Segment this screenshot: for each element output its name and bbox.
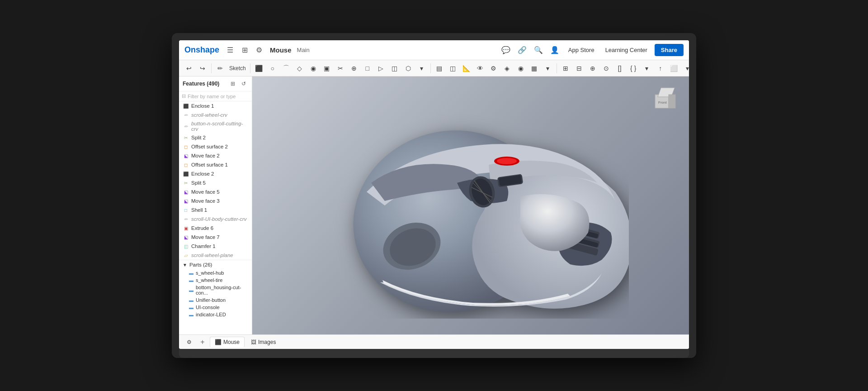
bottom-tab-mouse[interactable]: ⬛Mouse	[210, 337, 245, 347]
feature-item[interactable]: □Shell 1	[179, 205, 252, 215]
app-store-button[interactable]: App Store	[565, 45, 598, 55]
user-icon[interactable]: 👤	[548, 44, 561, 57]
svg-point-7	[497, 158, 517, 164]
align-icon[interactable]: ⊟	[573, 62, 585, 75]
feature-item[interactable]: ✏button-n-scroll-cutting-crv	[179, 119, 252, 133]
code-icon[interactable]: { }	[627, 62, 640, 75]
loft-icon[interactable]: ◇	[293, 62, 306, 75]
feature-name-label: Enclose 1	[191, 103, 214, 109]
sketch-label[interactable]: Sketch	[227, 65, 248, 72]
feature-name-label: Move face 3	[191, 198, 220, 204]
redo-icon[interactable]: ↪	[196, 62, 209, 75]
search-icon[interactable]: 🔍	[532, 44, 545, 57]
parts-chevron-icon: ▼	[183, 262, 187, 267]
feature-type-icon: ✏	[183, 123, 189, 129]
more-tools-icon[interactable]: ▾	[415, 62, 428, 75]
share-button[interactable]: Share	[655, 44, 684, 56]
boolean-icon[interactable]: ⊕	[348, 62, 360, 75]
surface-icon[interactable]: ⬛	[253, 62, 265, 75]
feature-item[interactable]: ▱scroll-wheel-plane	[179, 251, 252, 260]
draft-icon[interactable]: ▷	[375, 62, 387, 75]
main-content: Features (490) ⊞ ↺ ⊟ ⬛Enclose 1✏scroll-w…	[179, 76, 689, 334]
triad-icon[interactable]: ⊕	[586, 62, 599, 75]
feature-item[interactable]: ◻Offset surface 1	[179, 160, 252, 169]
display-icon[interactable]: ◫	[447, 62, 459, 75]
bottom-tab-images[interactable]: 🖼Images	[246, 337, 280, 347]
zoom-icon[interactable]: ⊙	[600, 62, 613, 75]
link-icon[interactable]: 🔗	[516, 44, 528, 57]
cut-icon[interactable]: ✂	[334, 62, 347, 75]
feature-item[interactable]: ⬛Enclose 1	[179, 101, 252, 110]
features-title: Features (490)	[183, 81, 219, 87]
3d-viewport[interactable]: Front	[252, 76, 689, 334]
parts-item[interactable]: ▬UI-console	[179, 304, 252, 311]
sketch-icon[interactable]: ✏	[214, 62, 226, 75]
feature-search[interactable]: ⊟	[179, 91, 252, 101]
feature-item[interactable]: ⬛Enclose 2	[179, 169, 252, 178]
toolbar-separator-4	[557, 63, 557, 73]
parts-item[interactable]: ▬s_wheel-hub	[179, 269, 252, 277]
feature-item[interactable]: ✂Split 5	[179, 178, 252, 187]
view-icon[interactable]: ▾	[641, 62, 653, 75]
plane-icon[interactable]: ⬡	[402, 62, 415, 75]
sidebar-add-icon[interactable]: ⊞	[228, 79, 237, 88]
mouse-3d-model	[312, 92, 629, 319]
feature-item[interactable]: ◻Offset surface 2	[179, 142, 252, 151]
parts-section[interactable]: ▼Parts (26)	[179, 260, 252, 269]
chamfer-icon[interactable]: ◫	[388, 62, 401, 75]
part-name-label: s_wheel-tire	[196, 277, 222, 283]
chat-icon[interactable]: 💬	[500, 44, 512, 57]
bottom-tab-model-icon: ⬛	[215, 339, 222, 345]
hamburger-menu-icon[interactable]: ☰	[225, 45, 236, 56]
assembly-icon[interactable]: ⚙	[487, 62, 500, 75]
navigation-cube[interactable]: Front	[653, 86, 680, 113]
variable-icon[interactable]: []	[613, 62, 626, 75]
feature-item[interactable]: ▣Extrude 6	[179, 224, 252, 233]
feature-search-input[interactable]	[188, 94, 250, 99]
bottom-settings-icon[interactable]: ⚙	[183, 336, 195, 348]
toolbar-separator-3	[430, 63, 431, 73]
shell-icon[interactable]: □	[361, 62, 374, 75]
fillet-icon[interactable]: ◉	[307, 62, 320, 75]
up-icon[interactable]: ↑	[654, 62, 667, 75]
render2-icon[interactable]: ◉	[514, 62, 527, 75]
undo-icon[interactable]: ↩	[183, 62, 195, 75]
parts-item[interactable]: ▬bottom_housing-cut-con...	[179, 284, 252, 296]
filter-icon: ⊟	[182, 93, 186, 99]
revolve-icon[interactable]: ○	[266, 62, 279, 75]
display2-icon[interactable]: ⬜	[668, 62, 680, 75]
feature-item[interactable]: ⬕Move face 7	[179, 233, 252, 242]
parts-item[interactable]: ▬Unifier-button	[179, 296, 252, 304]
sidebar-refresh-icon[interactable]: ↺	[239, 79, 248, 88]
feature-type-icon: ⬕	[183, 198, 189, 204]
view-section-icon[interactable]: ▤	[433, 62, 446, 75]
feature-type-icon: ▱	[183, 252, 189, 258]
feature-item[interactable]: ⬕Move face 2	[179, 151, 252, 160]
feature-item[interactable]: ⬕Move face 5	[179, 187, 252, 196]
extrude-icon[interactable]: ▣	[321, 62, 333, 75]
feature-list: ⬛Enclose 1✏scroll-wheel-crv✏button-n-scr…	[179, 101, 252, 334]
feature-item[interactable]: ✂Split 2	[179, 133, 252, 142]
sweep-icon[interactable]: ⌒	[280, 62, 292, 75]
learning-center-button[interactable]: Learning Center	[602, 45, 651, 55]
feature-item[interactable]: ◫Chamfer 1	[179, 242, 252, 251]
measure-icon[interactable]: 📐	[460, 62, 473, 75]
settings-icon[interactable]: ⚙	[254, 45, 264, 56]
grid-icon[interactable]: ⊞	[239, 45, 250, 56]
materials-icon[interactable]: ▦	[528, 62, 541, 75]
part-icon: ▬	[189, 312, 193, 317]
parts-item[interactable]: ▬s_wheel-tire	[179, 277, 252, 284]
transform-icon[interactable]: ⊞	[559, 62, 572, 75]
feature-name-label: Split 2	[191, 135, 206, 140]
render-icon[interactable]: ◈	[501, 62, 514, 75]
feature-item[interactable]: ✏scroll-UI-body-cutter-crv	[179, 215, 252, 224]
bottom-add-button[interactable]: +	[197, 337, 208, 348]
feature-item[interactable]: ⬕Move face 3	[179, 196, 252, 205]
feature-item[interactable]: ✏scroll-wheel-crv	[179, 110, 252, 119]
part-icon: ▬	[189, 305, 193, 310]
top-bar: Onshape ☰ ⊞ ⚙ Mouse Main 💬 🔗 🔍 👤 App Sto…	[179, 40, 689, 60]
more2-icon[interactable]: ▾	[681, 62, 689, 75]
more-view-icon[interactable]: ▾	[542, 62, 554, 75]
parts-item[interactable]: ▬indicator-LED	[179, 311, 252, 318]
hide-icon[interactable]: 👁	[474, 62, 486, 75]
